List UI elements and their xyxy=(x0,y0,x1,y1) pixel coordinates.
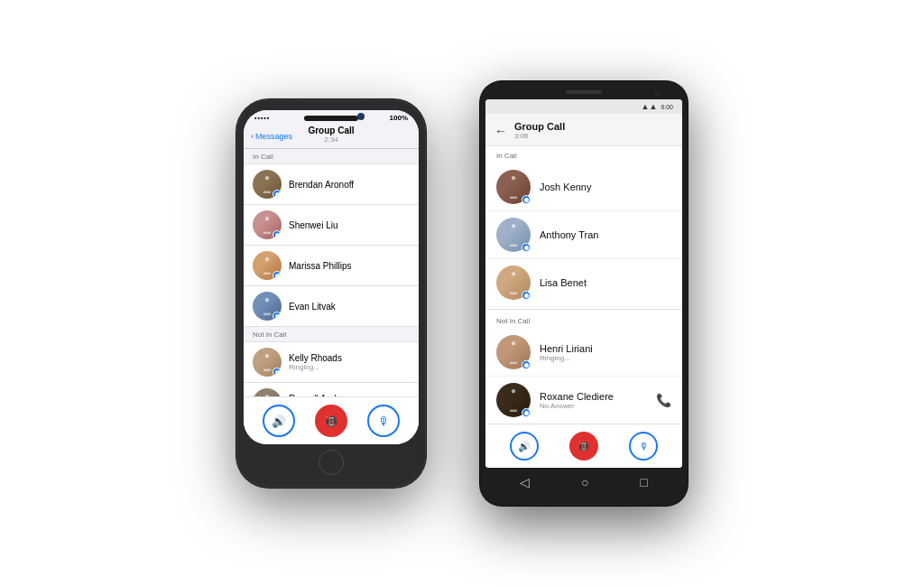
avatar xyxy=(253,348,282,377)
iphone-screen: ••••• 9:41 PM 100% ‹ Messages Group Call… xyxy=(244,110,419,444)
signal-dots: ••••• xyxy=(254,115,270,121)
contact-name: Roxane Clediere xyxy=(540,391,614,402)
avatar xyxy=(496,383,531,417)
contact-status: Ringing... xyxy=(289,363,342,371)
android-time: 6:00 xyxy=(661,104,673,110)
android-back-nav-button[interactable]: ◁ xyxy=(520,475,530,489)
contact-name: Henri Liriani xyxy=(540,343,593,354)
messenger-badge xyxy=(273,190,282,199)
messenger-badge xyxy=(522,195,531,204)
contact-info: Lisa Benet xyxy=(540,277,587,288)
contact-status: No Answer xyxy=(540,402,614,410)
speaker-button[interactable]: 🔊 xyxy=(263,405,295,437)
list-item: Lisa Benet xyxy=(485,259,682,307)
battery-indicator: 100% xyxy=(390,114,408,122)
android-call-controls: 🔊 📵 🎙 xyxy=(485,424,682,468)
list-item: Kelly Rhoads Ringing... xyxy=(244,342,419,383)
avatar xyxy=(253,388,282,396)
avatar xyxy=(253,251,282,280)
microphone-icon: 🎙 xyxy=(378,415,390,428)
contact-info: Shenwei Liu xyxy=(289,220,337,230)
list-item: Roxane Clediere No Answer 📞 xyxy=(485,377,682,424)
iphone-camera xyxy=(357,113,365,120)
android-mute-button[interactable]: 🎙 xyxy=(629,432,658,461)
android-status-bar: ▲▲ 6:00 xyxy=(485,99,682,114)
microphone-icon: 🎙 xyxy=(639,441,649,452)
contact-info: Brendan Aronoff xyxy=(289,180,354,190)
avatar xyxy=(496,170,531,204)
android-nav-bar: ← Group Call 3:06 xyxy=(485,114,682,146)
contact-info: Anthony Tran xyxy=(540,229,598,240)
list-item: Russell Andrews Ringing... xyxy=(244,383,419,396)
contact-name: Evan Litvak xyxy=(289,302,336,312)
iphone-time: 9:41 PM xyxy=(316,114,343,122)
android-signal: ▲▲ xyxy=(642,102,658,111)
android-call-duration: 3:06 xyxy=(514,132,565,140)
android-recents-nav-button[interactable]: □ xyxy=(640,475,647,489)
android-in-call-section: In Call xyxy=(485,146,682,163)
avatar xyxy=(496,335,531,369)
contact-info: Josh Kenny xyxy=(540,182,591,192)
messenger-badge xyxy=(273,230,282,239)
contact-info: Kelly Rhoads Ringing... xyxy=(289,353,342,371)
list-item: Evan Litvak xyxy=(244,286,419,327)
contact-name: Kelly Rhoads xyxy=(289,353,342,363)
contact-name: Brendan Aronoff xyxy=(289,180,354,190)
list-item: Brendan Aronoff xyxy=(244,164,419,205)
android-content: In Call Josh Kenny Anthony Tran xyxy=(485,146,682,424)
end-call-icon: 📵 xyxy=(324,415,338,428)
android-speaker xyxy=(566,90,602,94)
list-item: Henri Liriani Ringing... xyxy=(485,329,682,377)
android-home-nav-button[interactable]: ○ xyxy=(581,475,588,489)
android-speaker-button[interactable]: 🔊 xyxy=(510,432,539,461)
list-item: Marissa Phillips xyxy=(244,246,419,286)
android-back-button[interactable]: ← xyxy=(494,124,507,138)
iphone-home-button[interactable] xyxy=(319,450,344,475)
contact-name: Anthony Tran xyxy=(540,229,598,240)
iphone-call-controls: 🔊 📵 🎙 xyxy=(244,396,419,444)
end-call-icon: 📵 xyxy=(578,441,590,452)
contact-info: Marissa Phillips xyxy=(289,261,351,271)
android-screen: ▲▲ 6:00 ← Group Call 3:06 In Call Josh K… xyxy=(485,99,682,468)
contact-name: Marissa Phillips xyxy=(289,261,351,271)
android-system-nav: ◁ ○ □ xyxy=(485,468,682,491)
contact-info: Henri Liriani Ringing... xyxy=(540,343,593,362)
messenger-badge xyxy=(273,271,282,280)
call-back-icon[interactable]: 📞 xyxy=(656,393,671,407)
list-item: Anthony Tran xyxy=(485,211,682,259)
android-end-call-button[interactable]: 📵 xyxy=(569,432,598,461)
iphone-content: In Call Brendan Aronoff Shenwei Liu xyxy=(244,149,419,396)
android-divider xyxy=(485,309,682,310)
messenger-badge xyxy=(522,360,531,369)
contact-info: Evan Litvak xyxy=(289,302,336,312)
iphone-device: ••••• 9:41 PM 100% ‹ Messages Group Call… xyxy=(236,99,426,488)
list-item: Josh Kenny xyxy=(485,163,682,211)
android-nav-info: Group Call 3:06 xyxy=(514,121,565,140)
avatar xyxy=(253,292,282,321)
iphone-in-call-section: In Call xyxy=(244,149,419,164)
messenger-badge xyxy=(522,408,531,417)
contact-name: Josh Kenny xyxy=(540,182,591,192)
contact-info: Roxane Clediere No Answer xyxy=(540,391,614,410)
end-call-button[interactable]: 📵 xyxy=(315,405,347,437)
messenger-badge xyxy=(273,368,282,377)
mute-button[interactable]: 🎙 xyxy=(367,405,400,437)
avatar xyxy=(496,218,531,252)
android-front-camera xyxy=(654,90,661,97)
list-item: Shenwei Liu xyxy=(244,205,419,246)
iphone-status-bar: ••••• 9:41 PM 100% xyxy=(244,110,419,124)
messenger-badge xyxy=(273,312,282,321)
avatar xyxy=(253,170,282,199)
messenger-badge xyxy=(522,291,531,300)
speaker-icon: 🔊 xyxy=(272,415,286,428)
android-top-bar xyxy=(485,90,682,99)
iphone-not-in-call-section: Not In Call xyxy=(244,327,419,342)
avatar xyxy=(496,266,531,300)
android-call-title: Group Call xyxy=(514,121,565,132)
contact-name: Shenwei Liu xyxy=(289,220,337,230)
back-button[interactable]: ‹ Messages xyxy=(251,132,292,141)
android-device: ▲▲ 6:00 ← Group Call 3:06 In Call Josh K… xyxy=(480,81,688,506)
speaker-icon: 🔊 xyxy=(518,441,531,452)
avatar xyxy=(253,210,282,239)
messenger-badge xyxy=(522,243,531,252)
